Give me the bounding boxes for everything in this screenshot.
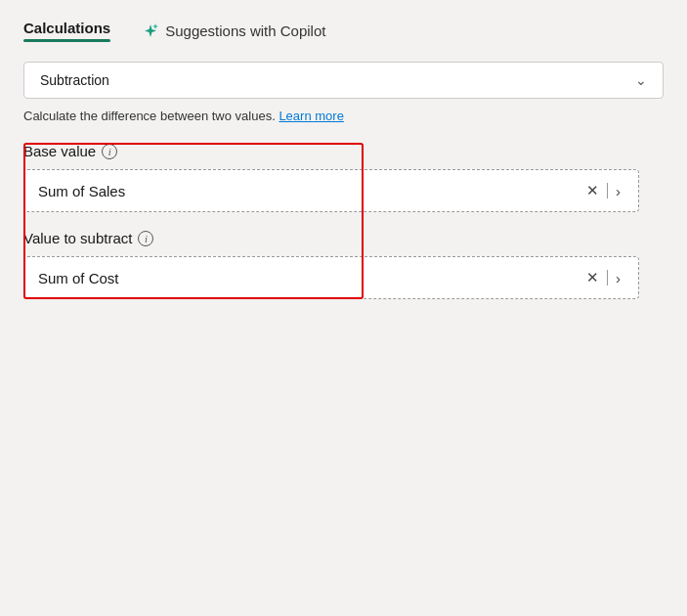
action-divider-2 [607,270,608,286]
tab-bar: Calculations Suggestions with Copilot [23,20,664,42]
base-value-remove-button[interactable]: ✕ [582,182,603,199]
subtract-value-label-text: Value to subtract [23,230,132,246]
base-value-row: Sum of Sales ✕ › [23,169,639,212]
base-value-label: Base value i [23,143,664,159]
dropdown-selected-value: Subtraction [40,72,109,88]
tab-calculations-label: Calculations [23,20,110,36]
base-value-section: Base value i Sum of Sales ✕ › [23,143,664,212]
panel: Calculations Suggestions with Copilot Su… [0,0,687,616]
subtract-value-row: Sum of Cost ✕ › [23,256,639,299]
subtract-value-remove-button[interactable]: ✕ [582,269,603,286]
chevron-down-icon: ⌄ [635,72,647,88]
base-value-label-text: Base value [23,143,96,159]
subtract-value-expand-button[interactable]: › [612,270,624,286]
subtract-value-actions: ✕ › [582,269,624,286]
subtract-value-text: Sum of Cost [38,270,119,286]
description-main: Calculate the difference between two val… [23,109,276,123]
subtract-value-info-icon[interactable]: i [138,231,153,246]
tab-copilot-label: Suggestions with Copilot [165,22,325,39]
content-area: Base value i Sum of Sales ✕ › Value to s… [23,143,664,299]
base-value-expand-button[interactable]: › [612,183,624,199]
base-value-info-icon[interactable]: i [102,144,117,159]
copilot-icon [142,22,159,40]
learn-more-link[interactable]: Learn more [279,109,343,123]
subtract-value-section: Value to subtract i Sum of Cost ✕ › [23,230,664,299]
base-value-actions: ✕ › [582,182,624,199]
action-divider [607,183,608,198]
tab-calculations[interactable]: Calculations [23,20,110,42]
calculation-type-dropdown[interactable]: Subtraction ⌄ [23,62,664,99]
base-value-text: Sum of Sales [38,183,125,199]
description-text: Calculate the difference between two val… [23,109,664,123]
subtract-value-label: Value to subtract i [23,230,664,246]
tab-copilot[interactable]: Suggestions with Copilot [142,22,325,40]
